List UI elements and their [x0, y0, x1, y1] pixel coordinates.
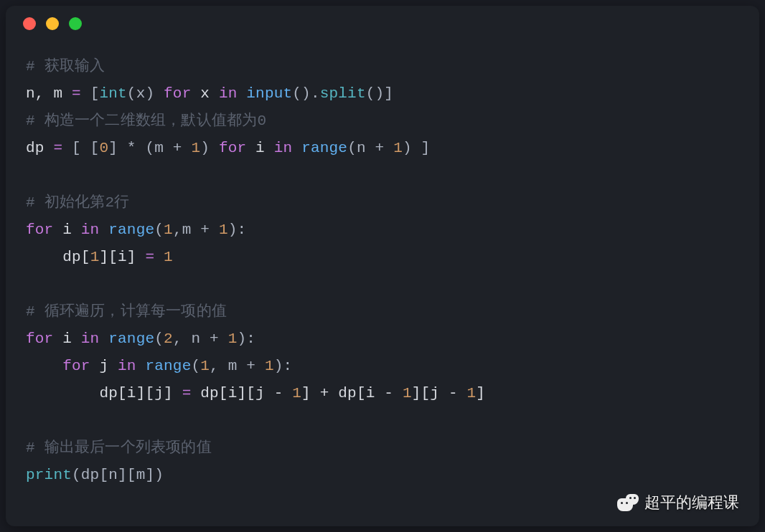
comment: # 获取输入 — [26, 58, 105, 75]
comment: # 构造一个二维数组，默认值都为0 — [26, 113, 266, 129]
zoom-icon[interactable] — [69, 17, 82, 30]
watermark-text: 超平的编程课 — [644, 492, 739, 513]
comment: # 循环遍历，计算每一项的值 — [26, 303, 227, 320]
code-text: n, m — [26, 85, 72, 102]
comment: # 初始化第2行 — [26, 194, 129, 211]
wechat-icon — [617, 494, 639, 511]
code-block: # 获取输入 n, m = [int(x) for x in input().s… — [6, 42, 759, 489]
titlebar — [6, 6, 759, 42]
close-icon[interactable] — [23, 17, 36, 30]
minimize-icon[interactable] — [46, 17, 59, 30]
watermark: 超平的编程课 — [617, 492, 739, 513]
comment: # 输出最后一个列表项的值 — [26, 440, 212, 456]
code-window: # 获取输入 n, m = [int(x) for x in input().s… — [6, 6, 759, 526]
